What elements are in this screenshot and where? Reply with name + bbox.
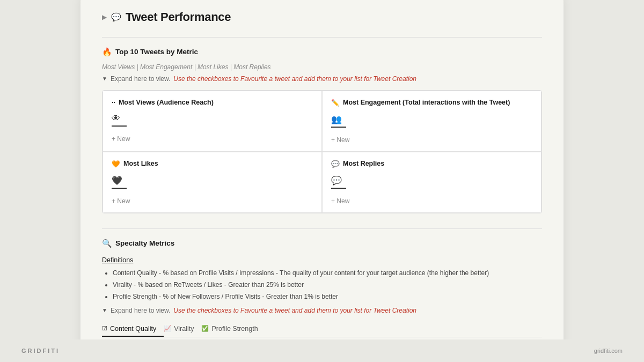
most-replies-new-label: + New (331, 197, 349, 205)
top10-grid: ·· Most Views (Audience Reach) 👁 + New ✏… (102, 90, 542, 213)
eye-icon: 👁 (112, 114, 120, 123)
most-engagement-new-button[interactable]: + New (331, 136, 532, 144)
specialty-expand-row: ▼ Expand here to view. Use the checkboxe… (102, 307, 542, 314)
most-views-label: Most Views (Audience Reach) (119, 99, 214, 106)
specialty-header-label: Specialty Metrics (115, 239, 174, 247)
definition-item-1: Content Quality - % based on Profile Vis… (113, 268, 542, 278)
most-engagement-line (331, 127, 346, 128)
most-views-new-label: + New (112, 135, 130, 143)
top10-expand-row: ▼ Expand here to view. Use the checkboxe… (102, 75, 542, 83)
most-likes-header: 🧡 Most Likes (112, 160, 313, 168)
most-engagement-header: ✏️ Most Engagement (Total interactions w… (331, 99, 532, 107)
footer-brand: GRIDFITI (21, 348, 60, 354)
top10-section: 🔥 Top 10 Tweets by Metric Most Views | M… (102, 37, 542, 213)
main-card: ▶ 💬 Tweet Performance 🔥 Top 10 Tweets by… (80, 0, 564, 362)
most-likes-new-button[interactable]: + New (112, 197, 313, 205)
definitions-section: Definitions Content Quality - % based on… (102, 255, 542, 301)
heart-red-icon: 🧡 (112, 160, 120, 168)
tab-profile-strength[interactable]: ✅ Profile Strength (201, 322, 265, 337)
most-engagement-icon-area: 👥 (331, 112, 532, 133)
collapse-arrow[interactable]: ▶ (102, 13, 107, 21)
footer-url: gridfiti.com (594, 348, 623, 354)
top10-header: 🔥 Top 10 Tweets by Metric (102, 47, 542, 57)
tab-content-quality-label: Content Quality (110, 325, 156, 333)
definitions-link[interactable]: Definitions (102, 256, 133, 264)
most-replies-line (331, 188, 346, 189)
specialty-expand-arrow-icon: ▼ (102, 307, 107, 313)
most-replies-icon-area: 💬 (331, 173, 532, 194)
specialty-tabs: ☑ Content Quality 📈 Virality ✅ Profile S… (102, 322, 542, 337)
magnify-icon: 🔍 (102, 239, 112, 248)
top10-expand-text: Expand here to view. (111, 75, 170, 83)
most-replies-label: Most Replies (343, 160, 384, 167)
engagement-icon: ✏️ (331, 99, 340, 107)
most-replies-header: 💬 Most Replies (331, 160, 532, 168)
most-replies-new-button[interactable]: + New (331, 197, 532, 205)
specialty-header: 🔍 Specialty Metrics (102, 239, 542, 248)
specialty-expand-text: Expand here to view. (111, 307, 170, 314)
definition-item-3: Profile Strength - % of New Followers / … (113, 292, 542, 301)
tab-profile-strength-label: Profile Strength (211, 325, 258, 333)
most-views-new-button[interactable]: + New (112, 135, 313, 143)
top10-expand-link[interactable]: Use the checkboxes to Favourite a tweet … (173, 75, 416, 83)
most-engagement-new-label: + New (331, 136, 349, 144)
heart-icon: 🖤 (112, 175, 122, 186)
most-views-icon-area: 👁 (112, 112, 313, 132)
most-views-cell: ·· Most Views (Audience Reach) 👁 + New (103, 91, 322, 152)
footer-bar: GRIDFITI gridfiti.com (0, 339, 644, 362)
tab-virality[interactable]: 📈 Virality (164, 322, 201, 337)
most-views-prefix: ·· (112, 99, 115, 106)
reply-bubble-icon: 💬 (331, 160, 340, 168)
specialty-section: 🔍 Specialty Metrics Definitions Content … (102, 228, 542, 337)
fire-icon: 🔥 (102, 47, 112, 57)
most-likes-new-label: + New (112, 197, 130, 205)
expand-arrow-icon: ▼ (102, 76, 107, 82)
most-likes-icon-area: 🖤 (112, 173, 313, 194)
most-engagement-label: Most Engagement (Total interactions with… (343, 99, 510, 106)
content-quality-icon: ☑ (102, 325, 107, 332)
most-views-header: ·· Most Views (Audience Reach) (112, 99, 313, 106)
definition-item-2: Virality - % based on ReTweets / Likes -… (113, 280, 542, 290)
top10-subtext: Most Views | Most Engagement | Most Like… (102, 63, 542, 71)
profile-strength-icon: ✅ (201, 325, 209, 332)
most-likes-line (112, 188, 127, 189)
page-title: Tweet Performance (126, 10, 231, 24)
top10-header-label: Top 10 Tweets by Metric (115, 48, 198, 56)
tab-content-quality[interactable]: ☑ Content Quality (102, 322, 164, 337)
specialty-expand-link[interactable]: Use the checkboxes to Favourite a tweet … (173, 307, 416, 314)
people-icon: 👥 (331, 114, 342, 124)
most-views-line (112, 125, 127, 127)
page-header: ▶ 💬 Tweet Performance (102, 10, 542, 24)
chat-icon: 💬 (331, 175, 342, 186)
tweet-icon: 💬 (111, 12, 121, 22)
most-likes-label: Most Likes (123, 160, 158, 167)
definition-list: Content Quality - % based on Profile Vis… (102, 268, 542, 301)
virality-icon: 📈 (164, 325, 171, 332)
most-likes-cell: 🧡 Most Likes 🖤 + New (103, 152, 322, 213)
most-replies-cell: 💬 Most Replies 💬 + New (322, 152, 541, 213)
most-engagement-cell: ✏️ Most Engagement (Total interactions w… (322, 91, 541, 152)
tab-virality-label: Virality (174, 325, 194, 333)
